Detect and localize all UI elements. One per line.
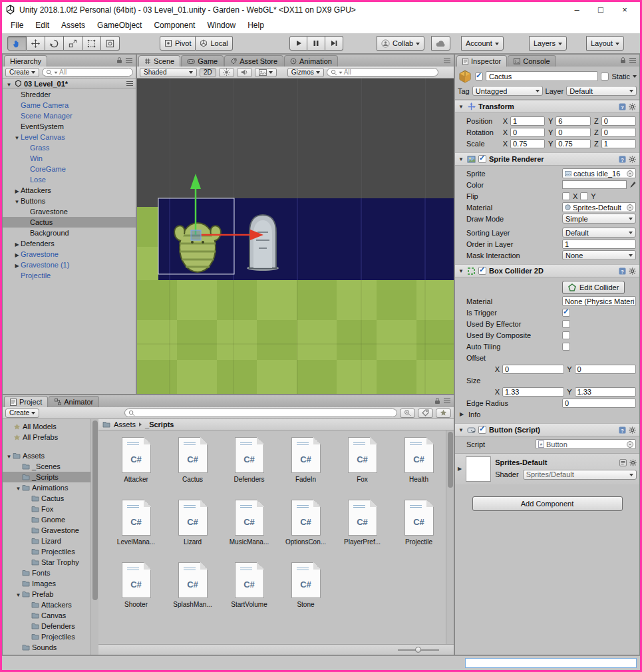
folder-item[interactable]: Prefab	[3, 589, 90, 599]
mode-2d-toggle[interactable]: 2D	[200, 68, 216, 77]
flip-x-checkbox[interactable]	[562, 192, 570, 200]
folder-item[interactable]: _Scenes	[3, 461, 90, 472]
tab-project[interactable]: Project	[4, 396, 48, 407]
project-search-input[interactable]	[124, 409, 397, 417]
panel-menu-icon[interactable]	[629, 58, 636, 63]
help-icon[interactable]: ?	[619, 156, 626, 163]
script-asset[interactable]: C# MusicMana...	[221, 500, 277, 562]
pivot-button[interactable]: Pivot	[160, 36, 196, 51]
folder-item[interactable]: Fonts	[3, 568, 90, 578]
gear-icon[interactable]	[629, 459, 637, 466]
hierarchy-item[interactable]: Win	[3, 153, 136, 164]
menu-item[interactable]: Component	[148, 19, 201, 32]
shader-dropdown[interactable]: Sprites/Default	[523, 470, 637, 480]
material-object-field[interactable]: Sprites-Default	[562, 202, 636, 212]
gear-icon[interactable]	[629, 103, 636, 110]
size-x-field[interactable]: 1.33	[502, 387, 564, 397]
sorting-layer-dropdown[interactable]: Default	[562, 228, 636, 238]
static-checkbox[interactable]	[601, 73, 609, 81]
script-asset[interactable]: C# Fox	[334, 437, 391, 500]
tab-hierarchy[interactable]: Hierarchy	[4, 55, 47, 67]
layout-button[interactable]: Layout	[586, 36, 624, 51]
edge-radius-field[interactable]: 0	[562, 399, 636, 408]
script-object-field[interactable]: # Button	[536, 439, 636, 449]
hierarchy-item[interactable]: Gravestone (1)	[3, 259, 136, 270]
hand-tool-button[interactable]	[7, 36, 27, 51]
foldout-icon[interactable]: ▶	[458, 466, 462, 472]
foldout-icon[interactable]	[5, 80, 13, 88]
offset-y-field[interactable]: 0	[575, 365, 637, 374]
folder-tree-scrollbar[interactable]	[90, 419, 98, 655]
auto-tiling-checkbox[interactable]	[562, 343, 570, 351]
search-by-label-button[interactable]	[418, 409, 433, 418]
tab-console[interactable]: Console	[508, 55, 556, 67]
add-component-button[interactable]: Add Component	[472, 496, 623, 511]
folder-item[interactable]: Star Trophy	[3, 557, 90, 568]
folder-item[interactable]: Attackers	[3, 599, 90, 610]
hierarchy-item[interactable]: Scene Manager	[3, 110, 136, 121]
hierarchy-item[interactable]: EventSystem	[3, 121, 136, 132]
hierarchy-item[interactable]: Attackers	[3, 185, 136, 196]
hierarchy-item[interactable]: Projectile	[3, 270, 136, 281]
foldout-icon[interactable]: ▼	[458, 427, 464, 433]
x-value-field[interactable]: 1	[510, 116, 545, 126]
script-asset[interactable]: C# OptionsCon...	[277, 500, 334, 562]
y-value-field[interactable]: 0	[556, 128, 590, 137]
tab-animator[interactable]: Animator	[49, 396, 99, 407]
static-dropdown-icon[interactable]	[633, 75, 637, 80]
foldout-icon[interactable]: ▼	[458, 104, 464, 110]
z-value-field[interactable]: 1	[601, 139, 636, 148]
script-asset[interactable]: C# Health	[391, 437, 447, 500]
foldout-icon[interactable]: ▼	[458, 268, 464, 274]
x-value-field[interactable]: 0.75	[510, 139, 545, 148]
scene-root-row[interactable]: 03 Level_01*	[3, 79, 136, 89]
folder-item[interactable]: Defenders	[3, 621, 90, 631]
hierarchy-item[interactable]: Game Camera	[3, 100, 136, 110]
collab-button[interactable]: Collab	[377, 36, 424, 51]
scene-viewport[interactable]	[137, 79, 454, 394]
preset-icon[interactable]	[619, 459, 627, 466]
y-value-field[interactable]: 0.75	[556, 139, 590, 148]
gravestone-sprite[interactable]	[247, 215, 279, 271]
sprite-object-field[interactable]: cactus idle_16	[562, 168, 636, 178]
hierarchy-item[interactable]: Grass	[3, 142, 136, 153]
favorites-filter-button[interactable]	[436, 409, 451, 418]
hierarchy-item[interactable]: Shredder	[3, 89, 136, 100]
foldout-icon[interactable]	[13, 240, 21, 248]
asset-grid-scrollbar[interactable]	[446, 430, 454, 644]
foldout-icon[interactable]	[13, 261, 21, 269]
sprite-renderer-header[interactable]: ▼ Sprite Renderer ?	[455, 153, 639, 166]
is-trigger-checkbox[interactable]	[562, 309, 570, 317]
cloud-button[interactable]	[431, 36, 450, 51]
lock-icon[interactable]	[620, 57, 626, 64]
transform-header[interactable]: ▼ Transform ?	[455, 100, 639, 113]
gear-icon[interactable]	[629, 267, 636, 275]
rotate-tool-button[interactable]	[45, 36, 64, 51]
edit-collider-button[interactable]: Edit Collider	[562, 281, 625, 294]
breadcrumb-current[interactable]: _Scripts	[145, 420, 174, 428]
hierarchy-item[interactable]: Gravestone	[3, 206, 136, 217]
foldout-icon[interactable]	[13, 133, 21, 141]
script-asset[interactable]: C# SplashMan...	[164, 562, 221, 625]
hierarchy-item[interactable]: Defenders	[3, 238, 136, 249]
breadcrumb-root[interactable]: Assets	[114, 420, 136, 428]
minimize-button[interactable]: –	[565, 3, 589, 17]
size-y-field[interactable]: 1.33	[575, 387, 637, 397]
foldout-icon[interactable]	[13, 250, 21, 258]
folder-item[interactable]: Projectiles	[3, 546, 90, 557]
physics-material-field[interactable]: None (Physics Materi	[562, 296, 636, 306]
layers-button[interactable]: Layers	[529, 36, 567, 51]
object-picker-icon[interactable]	[627, 170, 633, 177]
hierarchy-item[interactable]: Buttons	[3, 196, 136, 206]
z-value-field[interactable]: 0	[601, 128, 636, 137]
rect-tool-button[interactable]	[82, 36, 101, 51]
favorite-item[interactable]: All Prefabs	[3, 432, 90, 442]
hierarchy-item[interactable]: CoreGame	[3, 164, 136, 174]
menu-item[interactable]: Edit	[29, 19, 55, 32]
color-swatch[interactable]	[562, 180, 627, 189]
gear-icon[interactable]	[629, 156, 636, 163]
favorite-item[interactable]: All Models	[3, 421, 90, 432]
hierarchy-search-input[interactable]: All	[42, 68, 133, 77]
slider-knob[interactable]	[415, 647, 421, 653]
tab-game[interactable]: Game	[181, 55, 224, 67]
